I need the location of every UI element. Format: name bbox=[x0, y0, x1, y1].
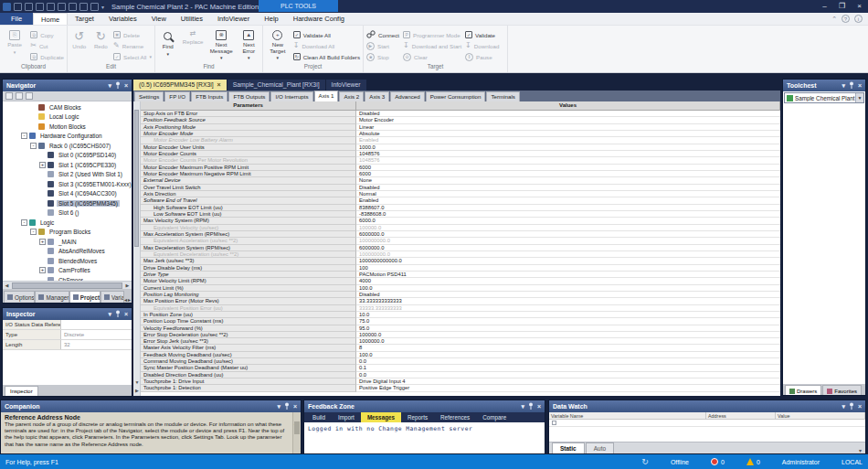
feedback-menu-icon[interactable]: ▾ bbox=[521, 403, 524, 410]
parameter-value[interactable]: 0.1 bbox=[356, 365, 780, 371]
collapse-icon[interactable]: - bbox=[21, 133, 27, 139]
parameter-value[interactable]: 100000.0 bbox=[356, 332, 780, 338]
parameter-value[interactable]: Disabled bbox=[356, 111, 780, 117]
parameter-value[interactable]: Enabled bbox=[356, 137, 780, 144]
companion-menu-icon[interactable]: ▾ bbox=[277, 403, 281, 410]
menu-tab-variables[interactable]: Variables bbox=[101, 13, 144, 25]
collapse-icon[interactable]: - bbox=[30, 229, 37, 235]
parameter-value[interactable]: 100000000.0 bbox=[356, 238, 780, 244]
paste-button[interactable]: ⎘ Paste ▾ bbox=[3, 27, 26, 62]
parameter-row[interactable]: Touchprobe 1: DetectionPositive Edge Tri… bbox=[141, 385, 780, 391]
parameter-row[interactable]: Max Deceleration System (RPM/sec)6000000… bbox=[141, 245, 780, 251]
inspector-row[interactable]: Length32 bbox=[3, 340, 132, 350]
parameter-value[interactable]: 95.0 bbox=[356, 325, 780, 332]
parameter-value[interactable]: Linear bbox=[356, 124, 780, 131]
navigator-tab-project[interactable]: Project bbox=[69, 291, 101, 303]
parameter-value[interactable]: Drive Digital Input 4 bbox=[356, 378, 780, 385]
collapse-ribbon-icon[interactable]: ⌃ bbox=[831, 16, 837, 23]
parameter-value[interactable]: 8388607.0 bbox=[356, 205, 780, 211]
parameter-value[interactable]: Absolute bbox=[356, 131, 780, 137]
contextual-tab-plc-tools[interactable]: PLC TOOLS bbox=[259, 0, 338, 12]
parameter-row[interactable]: Max Acceleration System (RPM/sec)6000000… bbox=[141, 231, 780, 238]
data-watch-tab-auto[interactable]: Auto bbox=[586, 442, 614, 453]
undo-quick-icon[interactable] bbox=[58, 3, 66, 11]
tree-item-absandrelmoves[interactable]: AbsAndRelMoves bbox=[3, 247, 132, 257]
menu-tab-infoviewer[interactable]: InfoViewer bbox=[210, 13, 257, 25]
parameter-row[interactable]: Drive Disable Delay (ms)100 bbox=[141, 265, 780, 272]
parameter-value[interactable]: 10.0 bbox=[356, 312, 780, 318]
companion-pin-icon[interactable] bbox=[284, 402, 290, 410]
parameter-row[interactable]: Equivalent Velocity (uu/sec)100000.0 bbox=[141, 225, 780, 231]
menu-tab-target[interactable]: Target bbox=[68, 13, 101, 25]
find-button[interactable]: Find ▾ bbox=[158, 27, 178, 62]
menu-tab-file[interactable]: File bbox=[0, 13, 33, 25]
navigator-pin-icon[interactable] bbox=[115, 81, 121, 90]
tree-item-slot-2-used-with-slot-1[interactable]: Slot 2 (Used With Slot 1) bbox=[3, 170, 132, 180]
copy-button[interactable]: ⧉Copy bbox=[30, 29, 64, 40]
parameter-row[interactable]: Motor Encoder Counts Per Motor Revolutio… bbox=[141, 157, 780, 164]
parameter-row[interactable]: Motor Encoder Maximum Negative RPM Limit… bbox=[141, 171, 780, 177]
navigator-toolbar-icon[interactable] bbox=[26, 92, 33, 100]
clean-all-build-folders-button[interactable]: ↻Clean All Build Folders bbox=[293, 51, 360, 62]
subtab-i-o-interrupts[interactable]: I/O Interrupts bbox=[270, 91, 312, 101]
tree-item-slot-6[interactable]: Slot 6 () bbox=[3, 208, 132, 219]
help-icon[interactable]: ? bbox=[842, 15, 850, 23]
parameter-row[interactable]: Command Moving Deadband (uu/sec)0.0 bbox=[141, 358, 780, 365]
scroll-down-icon[interactable]: ▼ bbox=[298, 445, 301, 453]
inspector-row[interactable]: I/O Status Data Reference bbox=[3, 320, 132, 330]
open-icon[interactable] bbox=[36, 3, 44, 11]
parameter-row[interactable]: Position Loop Time Constant (ms)75.0 bbox=[141, 318, 780, 325]
toolchest-pin-icon[interactable] bbox=[849, 81, 854, 90]
parameter-row[interactable]: Over Travel Limit SwitchDisabled bbox=[141, 185, 780, 191]
grid-vertical-scrollbar[interactable]: ▲ ▼ ▶ bbox=[133, 101, 141, 396]
parameter-value[interactable]: 100.0 bbox=[356, 285, 780, 292]
parameter-value[interactable]: Disabled bbox=[356, 292, 780, 298]
next-message-button[interactable]: ⊗ Next Message ▾ bbox=[208, 27, 235, 62]
data-watch-pin-icon[interactable] bbox=[849, 402, 854, 410]
info-icon[interactable]: i bbox=[854, 15, 863, 23]
parameter-value[interactable]: 1000.0 bbox=[356, 144, 780, 151]
parameter-row[interactable]: Position Feedback SourceMotor Encoder bbox=[141, 117, 780, 123]
qat-customize-caret[interactable]: ▾ bbox=[101, 4, 104, 10]
parameter-value[interactable]: 6000000.0 bbox=[356, 245, 780, 251]
parameter-row[interactable]: Motor Encoder Maximum Positive RPM Limit… bbox=[141, 165, 780, 171]
delete-button[interactable]: ✖Delete bbox=[113, 29, 152, 40]
print-icon[interactable] bbox=[79, 3, 88, 11]
validate-all-button[interactable]: ✓Validate All bbox=[293, 29, 360, 40]
redo-button[interactable]: ↻ Redo bbox=[92, 27, 111, 62]
parameter-value[interactable]: 6000 bbox=[356, 171, 780, 177]
navigator-tab-options[interactable]: Options bbox=[4, 291, 35, 303]
parameter-value[interactable]: Enabled bbox=[356, 197, 780, 204]
minimize-button[interactable]: – bbox=[816, 0, 833, 13]
subtab-fp-i-o[interactable]: FP I/O bbox=[164, 91, 190, 101]
parameter-row[interactable]: Feedback Moving Deadband (uu/sec)100.0 bbox=[141, 352, 780, 358]
parameter-row[interactable]: Motor Encoder ModeAbsolute bbox=[141, 131, 780, 137]
start-button[interactable]: ▶Start bbox=[366, 40, 399, 51]
parameter-row[interactable]: Equivalent Position Error (uu)33333.3333… bbox=[141, 305, 780, 312]
subtab-ftb-outputs[interactable]: FTB Outputs bbox=[228, 91, 270, 101]
subtab-axis-2[interactable]: Axis 2 bbox=[339, 91, 364, 101]
expand-icon[interactable]: + bbox=[39, 239, 46, 245]
parameter-row[interactable]: High Software EOT Limit (uu)8388607.0 bbox=[141, 205, 780, 211]
navigator-horizontal-scrollbar[interactable]: ◀ ▶ bbox=[3, 281, 132, 289]
download-and-start-button[interactable]: ↧Download and Start bbox=[403, 40, 461, 51]
tree-item-cam-blocks[interactable]: CAM Blocks bbox=[3, 102, 132, 112]
parameter-row[interactable]: Stop Axis on FTB ErrorDisabled bbox=[141, 111, 780, 117]
feedback-tab-reports[interactable]: Reports bbox=[401, 412, 434, 422]
parameter-row[interactable]: Motor Velocity Limit (RPM)4000 bbox=[141, 278, 780, 284]
subtab-power-consumption[interactable]: Power Consumption bbox=[426, 91, 486, 101]
parameter-value[interactable]: 6000.0 bbox=[356, 218, 780, 224]
tree-item-blendedmoves[interactable]: BlendedMoves bbox=[3, 256, 132, 266]
parameter-row[interactable]: Drive TypePACMotion PSD411 bbox=[141, 272, 780, 278]
undo-button[interactable]: ↺ Undo bbox=[70, 27, 89, 62]
data-watch-close-icon[interactable]: × bbox=[858, 403, 862, 410]
navigator-toolbar-icon[interactable] bbox=[16, 92, 23, 100]
parameter-row[interactable]: Master Axis Velocity Filter (ms)8 bbox=[141, 345, 780, 351]
feedback-tab-import[interactable]: Import bbox=[332, 412, 361, 422]
data-watch-menu-icon[interactable]: ▾ bbox=[842, 403, 845, 410]
save-icon[interactable] bbox=[14, 3, 22, 11]
navigator-menu-icon[interactable]: ▾ bbox=[108, 82, 111, 90]
parameter-value[interactable]: Normal bbox=[356, 191, 780, 197]
parameter-row[interactable]: External DeviceNone bbox=[141, 177, 780, 184]
inspector-pin-icon[interactable] bbox=[115, 310, 121, 318]
